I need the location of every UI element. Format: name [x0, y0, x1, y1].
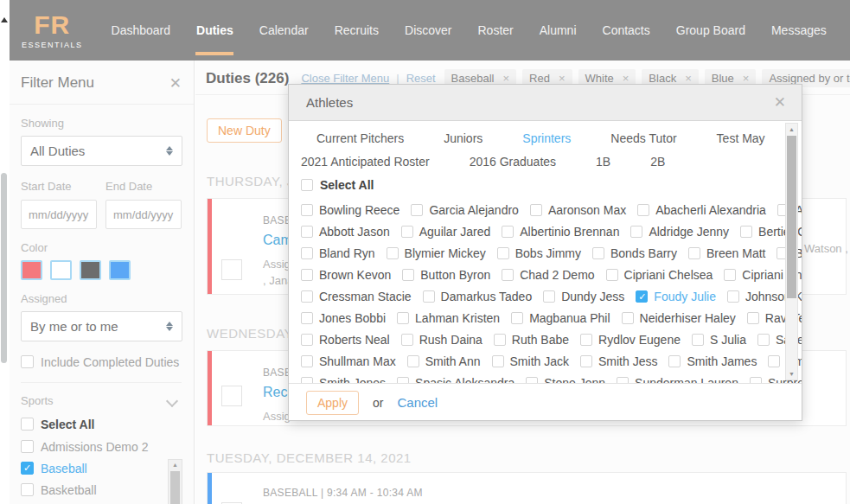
- athlete-checkbox[interactable]: [497, 247, 509, 259]
- chip-close-icon[interactable]: ×: [685, 72, 692, 85]
- athlete-checkbox[interactable]: [617, 377, 629, 384]
- athlete-group-link[interactable]: Sprinters: [522, 131, 571, 145]
- athlete-checkbox[interactable]: [526, 377, 538, 384]
- athlete-group-link[interactable]: 2021 Anticipated Roster: [301, 155, 430, 169]
- modal-scrollbar-thumb[interactable]: [787, 136, 796, 298]
- sports-scrollbar-thumb[interactable]: [170, 471, 180, 504]
- athlete-checkbox[interactable]: [692, 334, 704, 346]
- athlete-checkbox[interactable]: [387, 247, 399, 259]
- nav-item[interactable]: Export: [840, 0, 850, 61]
- sport-checkbox[interactable]: [21, 483, 34, 496]
- athlete-item[interactable]: Breen Matt: [688, 246, 765, 260]
- athlete-checkbox[interactable]: [301, 247, 313, 259]
- athlete-checkbox[interactable]: [407, 355, 419, 367]
- athlete-checkbox[interactable]: [411, 204, 423, 216]
- athlete-checkbox[interactable]: [423, 290, 435, 303]
- modal-select-all-checkbox[interactable]: [301, 179, 313, 191]
- athlete-item[interactable]: Aaronson Max: [530, 203, 626, 217]
- athlete-checkbox[interactable]: [301, 377, 313, 384]
- chip-close-icon[interactable]: ×: [623, 72, 630, 85]
- scroll-top-arrow-icon[interactable]: [1, 17, 8, 22]
- cancel-link[interactable]: Cancel: [397, 395, 438, 410]
- athlete-item[interactable]: Chad 2 Demo: [502, 268, 594, 282]
- nav-item[interactable]: Discover: [392, 0, 464, 61]
- scroll-down-icon[interactable]: ▼: [786, 371, 797, 377]
- athlete-item[interactable]: Bowling Reece: [301, 203, 399, 217]
- athlete-group-link[interactable]: 2B: [650, 155, 665, 169]
- scroll-up-icon[interactable]: ▲: [786, 126, 797, 132]
- athlete-item[interactable]: Spasic Aleksandra: [397, 376, 514, 384]
- nav-item[interactable]: Roster: [464, 0, 526, 61]
- athlete-item[interactable]: Bland Ryn: [301, 246, 375, 260]
- athlete-item[interactable]: Foudy Julie: [636, 290, 716, 303]
- athlete-checkbox[interactable]: [402, 269, 414, 281]
- athlete-checkbox[interactable]: [301, 226, 313, 238]
- athlete-checkbox[interactable]: [622, 312, 634, 324]
- chevron-down-icon[interactable]: [166, 394, 178, 406]
- color-swatch[interactable]: [50, 260, 72, 280]
- athlete-checkbox[interactable]: [502, 226, 514, 238]
- nav-item[interactable]: Recruits: [322, 0, 392, 61]
- chip-close-icon[interactable]: ×: [559, 72, 566, 85]
- athlete-item[interactable]: Jones Bobbi: [301, 311, 386, 325]
- sports-list-item[interactable]: Baseball: [21, 462, 182, 475]
- scroll-up-icon[interactable]: ▲: [169, 462, 182, 468]
- athlete-checkbox[interactable]: [492, 355, 504, 367]
- athlete-item[interactable]: Neiderhiser Haley: [622, 311, 736, 325]
- athlete-checkbox[interactable]: [768, 355, 780, 367]
- athlete-group-link[interactable]: 1B: [596, 155, 610, 169]
- start-date-input[interactable]: [21, 200, 97, 229]
- athlete-checkbox[interactable]: [301, 334, 313, 346]
- nav-item[interactable]: Contacts: [590, 0, 663, 61]
- athlete-item[interactable]: Albertinio Brennan: [502, 225, 619, 239]
- athlete-item[interactable]: Button Byron: [402, 268, 490, 282]
- athlete-checkbox[interactable]: [724, 269, 736, 281]
- color-swatch[interactable]: [21, 260, 42, 280]
- athlete-item[interactable]: Stone Jenn: [526, 376, 605, 384]
- athlete-checkbox[interactable]: [630, 226, 642, 238]
- athlete-item[interactable]: Cipriani Chelsea: [606, 268, 713, 282]
- athlete-item[interactable]: Magbanua Phil: [511, 311, 610, 325]
- athlete-checkbox[interactable]: [401, 226, 413, 238]
- athlete-checkbox[interactable]: [401, 334, 413, 346]
- athlete-item[interactable]: S Julia: [692, 333, 746, 347]
- athlete-checkbox[interactable]: [301, 204, 313, 216]
- athlete-checkbox[interactable]: [637, 204, 649, 216]
- athlete-item[interactable]: Sunderman Lauren: [617, 376, 738, 384]
- athlete-item[interactable]: Aguilar Jared: [401, 225, 491, 239]
- nav-item[interactable]: Alumni: [527, 0, 590, 61]
- athlete-item[interactable]: Smith James: [668, 354, 757, 368]
- close-filter-menu-link[interactable]: Close Filter Menu: [301, 72, 389, 85]
- athlete-checkbox[interactable]: [727, 290, 739, 303]
- athlete-checkbox[interactable]: [740, 226, 752, 238]
- sports-list-item[interactable]: Basketball: [21, 483, 182, 497]
- athlete-checkbox[interactable]: [580, 334, 592, 346]
- athlete-group-link[interactable]: Needs Tutor: [610, 131, 676, 145]
- chip-close-icon[interactable]: ×: [502, 72, 509, 85]
- athlete-item[interactable]: Brown Kevon: [301, 268, 391, 282]
- nav-item[interactable]: Group Board: [663, 0, 758, 61]
- sport-checkbox[interactable]: [21, 462, 34, 475]
- athlete-item[interactable]: Dundy Jess: [543, 290, 624, 303]
- end-date-input[interactable]: [105, 200, 182, 229]
- assigned-select[interactable]: By me or to me: [21, 311, 182, 341]
- athlete-item[interactable]: Smith Jess: [580, 354, 657, 368]
- sport-checkbox[interactable]: [21, 440, 34, 453]
- nav-item[interactable]: Messages: [758, 0, 840, 61]
- showing-select[interactable]: All Duties: [21, 136, 182, 166]
- athlete-checkbox[interactable]: [301, 355, 313, 367]
- nav-item[interactable]: Calendar: [246, 0, 322, 61]
- reset-link[interactable]: Reset: [406, 72, 436, 85]
- sports-select-all-row[interactable]: Select All: [21, 418, 182, 431]
- athlete-group-link[interactable]: Current Pitchers: [316, 131, 404, 145]
- athlete-checkbox[interactable]: [397, 377, 409, 384]
- color-swatch[interactable]: [109, 260, 131, 280]
- athlete-checkbox[interactable]: [301, 290, 313, 303]
- athlete-checkbox[interactable]: [530, 204, 542, 216]
- sports-scrollbar[interactable]: ▲ ▼: [168, 459, 182, 504]
- athlete-item[interactable]: Abacherli Alexandria: [637, 203, 766, 217]
- athlete-checkbox[interactable]: [494, 334, 506, 346]
- athlete-item[interactable]: Roberts Neal: [301, 333, 390, 347]
- athlete-item[interactable]: Bobs Jimmy: [497, 246, 581, 260]
- close-filter-menu-icon[interactable]: ✕: [169, 76, 182, 91]
